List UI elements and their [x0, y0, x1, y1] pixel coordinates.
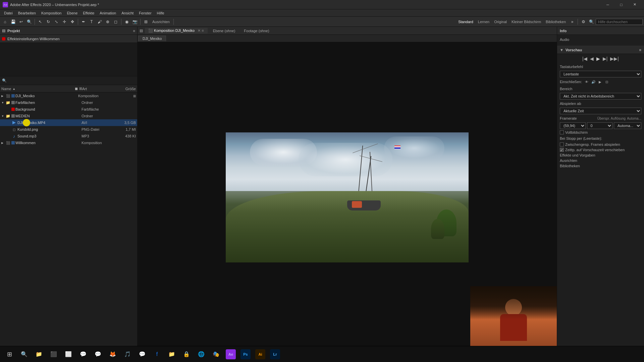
list-item[interactable]: ♪ Sound.mp3 MP3 438 KI: [0, 133, 137, 139]
list-item[interactable]: ◻ Kursbild.png PNG-Datei 1,7 MI: [0, 126, 137, 133]
menu-fenster[interactable]: Fenster: [136, 10, 154, 16]
ms-store-button[interactable]: ⬛: [47, 348, 60, 361]
workspace-more[interactable]: »: [569, 18, 576, 25]
lock-button[interactable]: 🔒: [180, 348, 193, 361]
menu-komposition[interactable]: Komposition: [39, 10, 64, 16]
preset-bibliotheken[interactable]: Bibliotheken: [544, 20, 568, 24]
ai-button[interactable]: Ai: [254, 348, 267, 361]
expand-arrow[interactable]: ▼: [1, 115, 5, 118]
start-button[interactable]: ⊞: [3, 348, 16, 361]
theater-button[interactable]: 🎭: [209, 348, 223, 361]
menu-effekte[interactable]: Effekte: [80, 10, 97, 16]
ebene-tab[interactable]: Ebene (ohne): [210, 28, 239, 34]
menu-hilfe[interactable]: Hilfe: [154, 10, 167, 16]
whatsapp-button[interactable]: 💬: [76, 348, 90, 361]
lr-button[interactable]: Lr: [268, 348, 282, 361]
ausrichten-section-btn[interactable]: Ausrichten: [557, 158, 644, 163]
search-help-button[interactable]: 🔍: [588, 18, 595, 25]
project-panel-menu[interactable]: ≡: [133, 29, 135, 33]
expand-arrow[interactable]: ▶: [1, 141, 5, 144]
menu-bearbeiten[interactable]: Bearbeiten: [15, 10, 39, 16]
help-search-input[interactable]: [596, 19, 643, 25]
list-item[interactable]: Background Farbfläche: [0, 106, 137, 113]
minimize-button[interactable]: ─: [601, 0, 614, 9]
scale-tool[interactable]: ⤡: [53, 18, 60, 25]
viewport[interactable]: [138, 42, 557, 353]
automa-dropdown[interactable]: Automa...: [614, 122, 641, 129]
next-frame-button[interactable]: ▶|: [603, 56, 608, 61]
sort-arrow[interactable]: ▲: [12, 87, 15, 90]
roto-tool[interactable]: ◉: [123, 18, 130, 25]
rotate-tool[interactable]: ↻: [45, 18, 52, 25]
menu-datei[interactable]: Datei: [1, 10, 15, 16]
messenger-button[interactable]: 💬: [136, 348, 149, 361]
preset-kleiner[interactable]: Kleiner Bildschirm: [509, 20, 543, 24]
comp-tab-komposition[interactable]: ⬛ Komposition DJI_Mexiko ✕ ≡: [145, 28, 208, 34]
tastatur-dropdown[interactable]: Leertaste: [560, 71, 641, 77]
list-item[interactable]: ▶ ⬛ Willkommen Komposition: [0, 139, 137, 146]
preset-original[interactable]: Original: [492, 20, 509, 24]
brush-tool[interactable]: 🖌: [96, 18, 103, 25]
comp-tab-menu[interactable]: ≡: [202, 28, 204, 33]
zeittp-checkbox[interactable]: ✓: [560, 148, 564, 152]
app5-button[interactable]: ⬜: [62, 348, 75, 361]
clone-tool[interactable]: ⊕: [104, 18, 111, 25]
menu-ebene[interactable]: Ebene: [64, 10, 80, 16]
firefox-button[interactable]: 🦊: [106, 348, 119, 361]
eye-icon[interactable]: 👁: [584, 79, 589, 84]
msg-button[interactable]: 💬: [91, 348, 105, 361]
camera-tool[interactable]: 📷: [131, 18, 139, 25]
close-button[interactable]: ✕: [628, 0, 641, 9]
select-tool[interactable]: ↖: [37, 18, 44, 25]
list-item[interactable]: ▼ MEDIEN Ordner: [0, 113, 137, 119]
ps-button[interactable]: Ps: [239, 348, 252, 361]
folder2-button[interactable]: 📁: [165, 348, 178, 361]
pen-tool[interactable]: ✒: [80, 18, 87, 25]
settings-button[interactable]: ⚙: [580, 18, 587, 25]
bibliotheken-section-btn[interactable]: Bibliotheken: [557, 163, 644, 169]
ae-button[interactable]: Ae: [224, 348, 237, 361]
search-tool-button[interactable]: 🔍: [25, 18, 33, 25]
abspielen-dropdown[interactable]: Aktuelle Zeit: [560, 108, 641, 114]
anchor-tool[interactable]: ✛: [61, 18, 68, 25]
speaker-icon[interactable]: 🔊: [591, 79, 596, 84]
align-button[interactable]: ⊞: [142, 18, 150, 25]
preset-lernen[interactable]: Lernen: [476, 20, 491, 24]
vollbild-checkbox[interactable]: [560, 130, 564, 134]
preset-standard[interactable]: Standard: [456, 20, 475, 24]
list-item[interactable]: ▶ ⬛ DJI_Mexiko Komposition ⊞: [0, 93, 137, 99]
expand-arrow[interactable]: ▶: [1, 95, 5, 98]
prev-frame-button[interactable]: ◀: [590, 56, 594, 61]
play-button[interactable]: ▶: [596, 56, 600, 61]
text-tool[interactable]: T: [88, 18, 95, 25]
music-button[interactable]: 🎵: [121, 348, 134, 361]
eraser-tool[interactable]: ◻: [112, 18, 119, 25]
search-taskbar-button[interactable]: 🔍: [17, 348, 31, 361]
comp-tab-close[interactable]: ✕: [198, 28, 201, 33]
save-button[interactable]: 💾: [9, 18, 17, 25]
framerate-dropdown[interactable]: (59,94): [560, 122, 586, 129]
go-end-button[interactable]: ▶▶|: [610, 56, 619, 61]
vorschau-expand[interactable]: ▼: [560, 48, 564, 52]
explorer-button[interactable]: 📁: [32, 348, 46, 361]
menu-animation[interactable]: Animation: [97, 10, 119, 16]
facebook-button[interactable]: f: [150, 348, 164, 361]
globe-button[interactable]: 🌐: [195, 348, 208, 361]
project-search-input[interactable]: [8, 79, 135, 83]
file-tab-dji[interactable]: DJI_Mexiko: [138, 36, 166, 41]
menu-ansicht[interactable]: Ansicht: [119, 10, 136, 16]
uberspr-dropdown[interactable]: 0: [587, 122, 613, 129]
effekte-section-btn[interactable]: Effekte und Vorgaben: [557, 153, 644, 158]
undo-button[interactable]: ↩: [17, 18, 25, 25]
overflow-icon[interactable]: ⊡: [604, 79, 609, 84]
vorschau-menu[interactable]: ≡: [639, 48, 641, 52]
zwischen-checkbox[interactable]: [560, 142, 564, 146]
expand-arrow[interactable]: ▼: [1, 101, 5, 104]
home-button[interactable]: ⌂: [1, 18, 9, 25]
maximize-button[interactable]: □: [614, 0, 628, 9]
bereich-dropdown[interactable]: Akt. Zeit nicht in Arbeitsbereich: [560, 93, 641, 100]
footage-tab[interactable]: Footage (ohne): [240, 28, 272, 34]
list-item[interactable]: DJI_Mexiko.MP4 AVI 3,5 GB: [0, 119, 137, 126]
list-item[interactable]: ▼ Farbflächen Ordner: [0, 99, 137, 106]
video-icon2[interactable]: ▶: [597, 79, 603, 84]
